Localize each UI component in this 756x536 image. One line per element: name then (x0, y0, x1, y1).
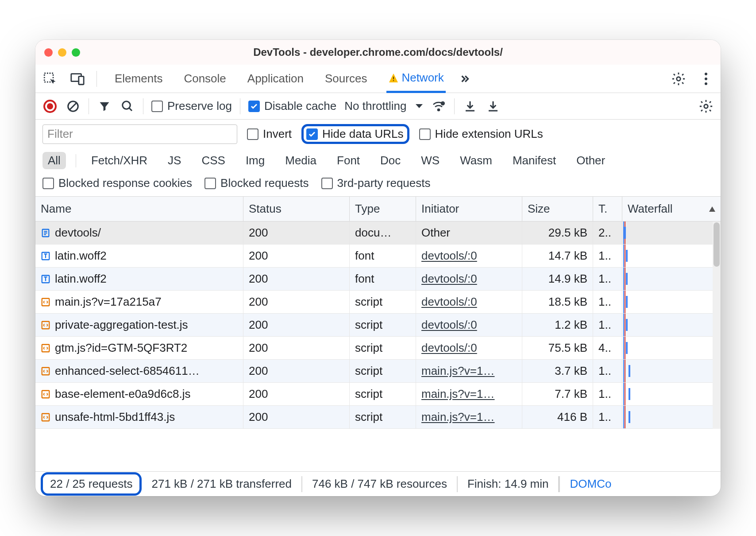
domcontent-link[interactable]: DOMCo (559, 476, 611, 492)
type-media[interactable]: Media (280, 152, 322, 169)
minimize-button[interactable] (58, 48, 66, 57)
type-doc[interactable]: Doc (375, 152, 406, 169)
hide-extension-urls-label: Hide extension URLs (435, 127, 543, 141)
blocked-cookies-label: Blocked response cookies (58, 176, 192, 190)
col-type[interactable]: Type (350, 197, 416, 221)
js-icon (41, 297, 50, 307)
preserve-log-label: Preserve log (167, 99, 232, 113)
svg-line-10 (69, 102, 77, 110)
table-row[interactable]: private-aggregation-test.js200scriptdevt… (35, 314, 721, 337)
table-row[interactable]: latin.woff2200fontdevtools/:014.7 kB1.. (35, 245, 721, 268)
col-size[interactable]: Size (522, 197, 593, 221)
js-icon (41, 412, 50, 422)
blocked-requests-checkbox[interactable]: Blocked requests (204, 176, 309, 190)
cell-time: 1.. (593, 383, 622, 405)
search-icon[interactable] (120, 99, 135, 114)
cell-initiator[interactable]: main.js?v=1… (416, 406, 522, 428)
type-js[interactable]: JS (162, 152, 186, 169)
hide-extension-urls-checkbox[interactable]: Hide extension URLs (419, 127, 543, 141)
invert-checkbox[interactable]: Invert (247, 127, 292, 141)
settings-icon[interactable] (670, 70, 687, 87)
cell-type: script (350, 383, 416, 405)
table-row[interactable]: unsafe-html-5bd1ff43.js200scriptmain.js?… (35, 406, 721, 429)
inspect-icon[interactable] (42, 70, 58, 87)
svg-rect-27 (42, 413, 50, 421)
type-all[interactable]: All (42, 152, 66, 169)
type-filter-row: AllFetch/XHRJSCSSImgMediaFontDocWSWasmMa… (35, 148, 721, 174)
scrollbar[interactable] (713, 221, 721, 429)
device-toggle-icon[interactable] (69, 70, 86, 87)
cell-initiator[interactable]: devtools/:0 (416, 268, 522, 290)
hide-data-urls-checkbox[interactable]: Hide data URLs (306, 127, 404, 141)
cell-time: 4.. (593, 337, 622, 359)
cell-initiator[interactable]: main.js?v=1… (416, 360, 522, 382)
cell-status: 200 (243, 360, 350, 382)
table-row[interactable]: main.js?v=17a215a7200scriptdevtools/:018… (35, 291, 721, 314)
cell-status: 200 (243, 383, 350, 405)
cell-type: font (350, 245, 416, 267)
kebab-menu-icon[interactable] (698, 70, 714, 87)
throttling-select[interactable]: No throttling (344, 99, 423, 113)
cell-type: script (350, 406, 416, 428)
filter-input[interactable]: Filter (42, 124, 237, 144)
record-button[interactable] (42, 99, 58, 114)
scroll-thumb[interactable] (714, 222, 720, 267)
throttling-value: No throttling (344, 99, 406, 113)
col-waterfall[interactable]: Waterfall (622, 197, 721, 221)
export-har-icon[interactable] (463, 99, 478, 114)
blocked-cookies-checkbox[interactable]: Blocked response cookies (42, 176, 192, 190)
cell-initiator[interactable]: devtools/:0 (416, 291, 522, 313)
import-har-icon[interactable] (486, 99, 501, 114)
table-row[interactable]: devtools/200docu…Other29.5 kB2.. (35, 221, 721, 245)
cell-size: 14.7 kB (522, 245, 593, 267)
network-settings-icon[interactable] (698, 99, 714, 114)
table-row[interactable]: enhanced-select-6854611…200scriptmain.js… (35, 360, 721, 383)
sort-asc-icon (709, 206, 715, 212)
tab-console[interactable]: Console (182, 65, 228, 93)
secondary-filters: Blocked response cookies Blocked request… (35, 174, 721, 197)
cell-initiator: Other (416, 221, 522, 244)
col-name[interactable]: Name (35, 197, 243, 221)
tab-elements[interactable]: Elements (113, 65, 164, 93)
cell-type: script (350, 360, 416, 382)
transferred: 271 kB / 271 kB transferred (142, 476, 302, 492)
col-status[interactable]: Status (243, 197, 350, 221)
type-img[interactable]: Img (240, 152, 270, 169)
zoom-button[interactable] (72, 48, 80, 57)
disable-cache-checkbox[interactable]: Disable cache (248, 99, 336, 113)
cell-initiator[interactable]: main.js?v=1… (416, 383, 522, 405)
type-manifest[interactable]: Manifest (507, 152, 561, 169)
type-css[interactable]: CSS (196, 152, 230, 169)
table-row[interactable]: base-element-e0a9d6c8.js200scriptmain.js… (35, 383, 721, 406)
cell-status: 200 (243, 314, 350, 336)
cell-time: 1.. (593, 245, 622, 267)
type-font[interactable]: Font (332, 152, 365, 169)
tab-network[interactable]: Network (386, 65, 445, 93)
svg-rect-25 (42, 367, 50, 375)
type-other[interactable]: Other (571, 152, 610, 169)
filter-icon[interactable] (97, 99, 112, 114)
js-icon (41, 389, 50, 399)
col-time[interactable]: T. (593, 197, 622, 221)
table-row[interactable]: latin.woff2200fontdevtools/:014.9 kB1.. (35, 268, 721, 291)
table-row[interactable]: gtm.js?id=GTM-5QF3RT2200scriptdevtools/:… (35, 337, 721, 360)
type-ws[interactable]: WS (416, 152, 445, 169)
preserve-log-checkbox[interactable]: Preserve log (151, 99, 232, 113)
cell-waterfall (622, 360, 721, 382)
cell-initiator[interactable]: devtools/:0 (416, 245, 522, 267)
more-tabs-icon[interactable] (456, 70, 473, 87)
cell-type: script (350, 291, 416, 313)
type-fetch-xhr[interactable]: Fetch/XHR (86, 152, 153, 169)
resources: 746 kB / 747 kB resources (302, 476, 458, 492)
close-button[interactable] (44, 48, 53, 57)
network-conditions-icon[interactable] (431, 99, 446, 114)
svg-rect-26 (42, 390, 50, 398)
col-initiator[interactable]: Initiator (416, 197, 522, 221)
type-wasm[interactable]: Wasm (455, 152, 498, 169)
cell-initiator[interactable]: devtools/:0 (416, 337, 522, 359)
clear-button[interactable] (66, 99, 81, 114)
cell-initiator[interactable]: devtools/:0 (416, 314, 522, 336)
third-party-checkbox[interactable]: 3rd-party requests (321, 176, 431, 190)
tab-sources[interactable]: Sources (323, 65, 369, 93)
tab-application[interactable]: Application (246, 65, 305, 93)
